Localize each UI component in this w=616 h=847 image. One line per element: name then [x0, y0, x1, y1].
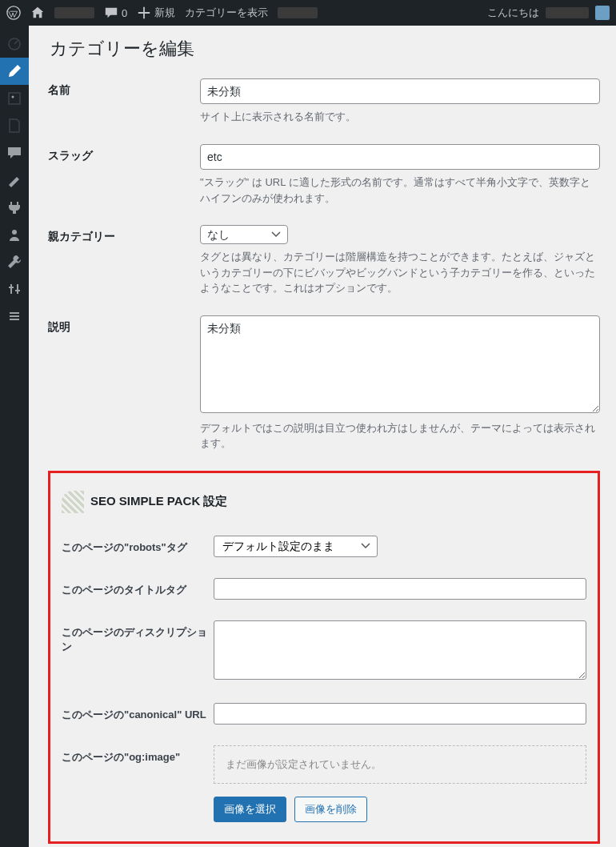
seo-robots-label: このページの"robots"タグ: [62, 536, 214, 555]
menu-pages[interactable]: [0, 112, 29, 139]
seo-desc-textarea[interactable]: [214, 620, 586, 680]
name-desc: サイト上に表示される名前です。: [200, 109, 600, 125]
slug-label: スラッグ: [48, 144, 200, 206]
menu-appearance[interactable]: [0, 167, 29, 194]
comments-link[interactable]: 0: [104, 6, 127, 20]
comments-count: 0: [122, 7, 127, 19]
menu-plugins[interactable]: [0, 194, 29, 221]
site-name-blur: [54, 7, 94, 18]
new-content-link[interactable]: 新規: [137, 6, 175, 20]
svg-rect-5: [10, 312, 19, 314]
menu-settings[interactable]: [0, 275, 29, 303]
slug-input[interactable]: [200, 144, 600, 170]
parent-label: 親カテゴリー: [48, 225, 200, 296]
seo-ogimage-empty-message: まだ画像が設定されていません。: [214, 745, 586, 784]
svg-rect-6: [10, 315, 19, 317]
seo-canonical-input[interactable]: [214, 703, 586, 725]
avatar[interactable]: [595, 6, 610, 20]
admin-sidebar: [0, 26, 29, 847]
menu-media[interactable]: [0, 85, 29, 112]
svg-rect-7: [10, 319, 19, 320]
menu-item-extra[interactable]: [0, 303, 29, 330]
svg-point-4: [12, 230, 17, 235]
wp-logo[interactable]: [6, 6, 21, 20]
site-home-icon[interactable]: [30, 6, 45, 20]
seo-desc-label: このページのディスクリプション: [62, 620, 214, 654]
ogimage-remove-button[interactable]: 画像を削除: [294, 797, 367, 822]
description-desc: デフォルトではこの説明は目立つ使われ方はしませんが、テーマによっては表示されます…: [200, 420, 600, 452]
seo-robots-select[interactable]: デフォルト設定のまま: [214, 536, 378, 557]
seo-title-label: このページのタイトルタグ: [62, 578, 214, 597]
greeting: こんにちは: [487, 6, 539, 20]
name-input[interactable]: [200, 78, 600, 104]
view-categories-link[interactable]: カテゴリーを表示: [185, 6, 268, 20]
admin-bar: 0 新規 カテゴリーを表示 こんにちは: [0, 0, 616, 26]
menu-posts[interactable]: [0, 58, 29, 85]
parent-select[interactable]: なし: [200, 225, 288, 244]
menu-comments[interactable]: [0, 139, 29, 167]
description-textarea[interactable]: 未分類: [200, 315, 600, 413]
ogimage-select-button[interactable]: 画像を選択: [214, 797, 286, 822]
seo-logo-icon: [62, 491, 84, 513]
seo-ogimage-label: このページの"og:image": [62, 745, 214, 765]
breadcrumb-blur: [278, 7, 318, 18]
seo-title-input[interactable]: [214, 578, 586, 600]
menu-tools[interactable]: [0, 248, 29, 275]
menu-users[interactable]: [0, 221, 29, 248]
username-blur: [546, 7, 589, 18]
menu-dashboard[interactable]: [0, 30, 29, 58]
svg-rect-2: [9, 93, 20, 104]
page-title: カテゴリーを編集: [50, 37, 600, 61]
seo-canonical-label: このページの"canonical" URL: [62, 703, 214, 722]
name-label: 名前: [48, 78, 200, 125]
seo-simple-pack-box: SEO SIMPLE PACK 設定 このページの"robots"タグ デフォル…: [48, 471, 600, 844]
slug-desc: "スラッグ" は URL に適した形式の名前です。通常はすべて半角小文字で、英数…: [200, 175, 600, 206]
svg-point-3: [12, 96, 14, 98]
parent-desc: タグとは異なり、カテゴリーは階層構造を持つことができます。たとえば、ジャズという…: [200, 249, 600, 296]
seo-heading: SEO SIMPLE PACK 設定: [90, 494, 227, 509]
description-label: 説明: [48, 315, 200, 452]
